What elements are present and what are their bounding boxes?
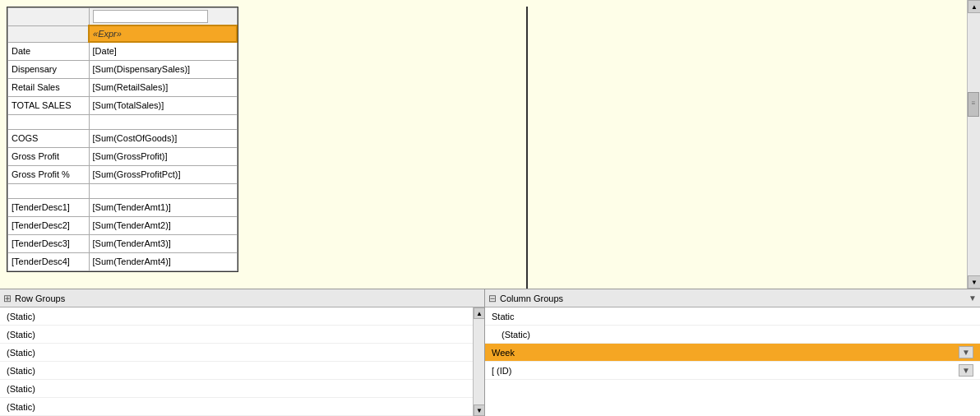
- column-groups-title: Column Groups: [500, 294, 563, 303]
- row-groups-header: ⊞ Row Groups: [0, 289, 484, 307]
- expr-cell[interactable]: «Expr»: [89, 25, 237, 42]
- row-label: [TenderDesc4]: [8, 252, 90, 270]
- table-row: [TenderDesc4] [Sum(TenderAmt4)]: [8, 252, 238, 270]
- row-label: [TenderDesc2]: [8, 216, 90, 234]
- scroll-down-button[interactable]: ▼: [968, 275, 980, 289]
- row-label: [TenderDesc1]: [8, 198, 90, 216]
- column-groups-header: ⊟ Column Groups ▼: [485, 289, 980, 307]
- list-item-highlighted[interactable]: Week ▼: [485, 344, 980, 362]
- row-groups-items: (Static) (Static) (Static) (Static) (Sta…: [0, 307, 484, 416]
- row-groups-icon: ⊞: [3, 293, 12, 304]
- row-formula: [Sum(GrossProfitPct)]: [89, 165, 237, 183]
- list-item: (Static): [0, 362, 484, 380]
- scroll-thumb[interactable]: ≡: [968, 92, 979, 117]
- list-item: Static: [485, 307, 980, 326]
- right-scrollbar[interactable]: ▲ ≡ ▼: [967, 0, 980, 289]
- table-row-empty: [8, 183, 238, 198]
- bottom-area: ⊞ Row Groups (Static) (Static) (Static) …: [0, 289, 980, 416]
- row-formula: [Sum(TenderAmt2)]: [89, 216, 237, 234]
- list-item: (Static): [485, 326, 980, 344]
- row-formula: [Sum(TenderAmt4)]: [89, 252, 237, 270]
- row-formula: [Sum(TenderAmt1)]: [89, 198, 237, 216]
- col-item-label: (Static): [502, 330, 530, 340]
- empty-cell: [8, 183, 90, 198]
- row-label: Date: [8, 42, 90, 60]
- table-header-row2: «Expr»: [8, 25, 238, 42]
- row-label: TOTAL SALES: [8, 96, 90, 114]
- header-col2-empty: [89, 8, 237, 26]
- list-item: [ (ID) ▼: [485, 362, 980, 380]
- row-formula: [Date]: [89, 42, 237, 60]
- column-groups-items: Static (Static) Week ▼ [ (ID) ▼: [485, 307, 980, 416]
- table-row: Date [Date]: [8, 42, 238, 60]
- scroll-track: ≡: [968, 13, 980, 275]
- row-label: COGS: [8, 129, 90, 147]
- report-table: «Expr» Date [Date] Dispensary [Sum(Dispe…: [7, 7, 238, 271]
- scroll-thumb-dots: ≡: [968, 99, 978, 107]
- header-col1-empty: [8, 8, 90, 26]
- row-groups-title: Row Groups: [15, 294, 65, 303]
- col-groups-icon: ⊟: [488, 293, 497, 304]
- list-item: (Static): [0, 326, 484, 344]
- table-row: Retail Sales [Sum(RetailSales)]: [8, 78, 238, 96]
- table-row: COGS [Sum(CostOfGoods)]: [8, 129, 238, 147]
- table-row: Gross Profit % [Sum(GrossProfitPct)]: [8, 165, 238, 183]
- table-row: [TenderDesc3] [Sum(TenderAmt3)]: [8, 234, 238, 252]
- empty-cell: [89, 114, 237, 129]
- col-header-arrow[interactable]: ▼: [968, 294, 977, 303]
- table-header-row1: [8, 8, 238, 26]
- row-groups-scrollbar[interactable]: ▲ ▼: [473, 307, 484, 416]
- col-item-label: Week: [492, 348, 959, 358]
- row-label: Gross Profit: [8, 147, 90, 165]
- empty-cell: [89, 183, 237, 198]
- row-label: [TenderDesc3]: [8, 234, 90, 252]
- col-header-input[interactable]: [93, 10, 208, 23]
- list-item: (Static): [0, 380, 484, 398]
- list-item: (Static): [0, 307, 484, 326]
- row-formula: [Sum(TotalSales)]: [89, 96, 237, 114]
- row-formula: [Sum(CostOfGoods)]: [89, 129, 237, 147]
- row-groups-panel: ⊞ Row Groups (Static) (Static) (Static) …: [0, 289, 485, 416]
- row-formula: [Sum(GrossProfit)]: [89, 147, 237, 165]
- table-row: [TenderDesc1] [Sum(TenderAmt1)]: [8, 198, 238, 216]
- row-formula: [Sum(TenderAmt3)]: [89, 234, 237, 252]
- scroll-up-button[interactable]: ▲: [968, 0, 980, 13]
- row-formula: [Sum(RetailSales)]: [89, 78, 237, 96]
- table-row: Dispensary [Sum(DispensarySales)]: [8, 60, 238, 78]
- col-item-label: [ (ID): [492, 366, 959, 376]
- right-border: [526, 7, 528, 289]
- col-header-left: ⊟ Column Groups: [488, 293, 563, 304]
- row-label: Retail Sales: [8, 78, 90, 96]
- scroll-track: [474, 319, 484, 404]
- dropdown-arrow-icon[interactable]: ▼: [959, 364, 973, 377]
- list-item: (Static): [0, 344, 484, 362]
- row-formula: [Sum(DispensarySales)]: [89, 60, 237, 78]
- dropdown-arrow-icon[interactable]: ▼: [959, 346, 973, 358]
- header-empty: [8, 25, 90, 42]
- scroll-up-btn[interactable]: ▲: [474, 307, 484, 319]
- row-label: Dispensary: [8, 60, 90, 78]
- empty-cell: [8, 114, 90, 129]
- row-label: Gross Profit %: [8, 165, 90, 183]
- scroll-down-btn[interactable]: ▼: [474, 404, 484, 416]
- column-groups-panel: ⊟ Column Groups ▼ Static (Static) Week ▼…: [485, 289, 980, 416]
- list-item: (Static): [0, 398, 484, 416]
- table-row: TOTAL SALES [Sum(TotalSales)]: [8, 96, 238, 114]
- table-row-empty: [8, 114, 238, 129]
- table-row: Gross Profit [Sum(GrossProfit)]: [8, 147, 238, 165]
- report-table-container: «Expr» Date [Date] Dispensary [Sum(Dispe…: [7, 7, 238, 272]
- table-row: [TenderDesc2] [Sum(TenderAmt2)]: [8, 216, 238, 234]
- col-item-label: Static: [492, 312, 515, 321]
